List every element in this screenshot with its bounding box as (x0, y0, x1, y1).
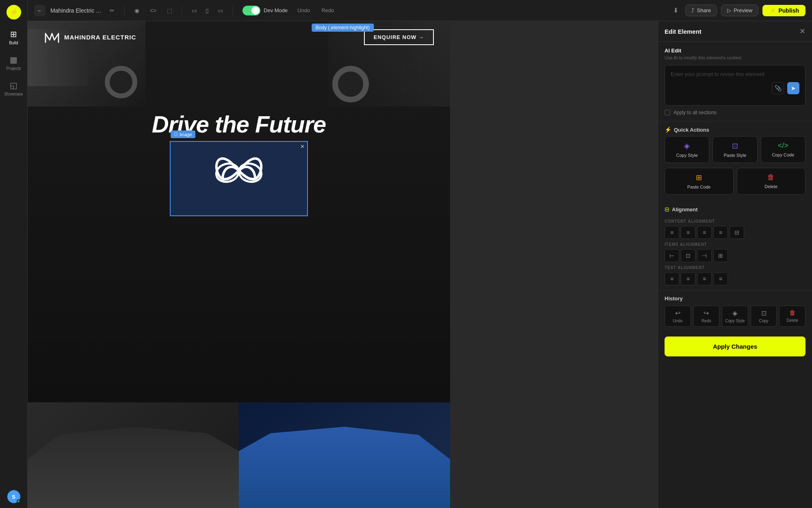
items-align-stretch-button[interactable]: ⊞ (713, 249, 728, 262)
image-close-button[interactable]: ✕ (300, 143, 305, 150)
redo-button[interactable]: Redo (316, 6, 339, 15)
align-left-button[interactable]: ≡ (665, 226, 679, 239)
desktop-view-button[interactable]: ▭ (188, 5, 200, 16)
copy-style-button[interactable]: ◈ Copy Style (665, 136, 709, 163)
site-canvas: Body (.element-highlight) 6E BE 6E BE 6E… (28, 21, 812, 508)
history-copy-button[interactable]: ⊡ Copy (751, 306, 777, 327)
items-alignment-buttons: ⊢ ⊡ ⊣ ⊞ (665, 249, 806, 262)
send-icon: ➤ (791, 85, 796, 91)
text-align-center-button[interactable]: ≡ (681, 272, 695, 285)
image-tag: ⬡ Image (171, 130, 195, 138)
prompt-send-button[interactable]: ➤ (787, 82, 799, 94)
text-align-right-button[interactable]: ≡ (697, 272, 712, 285)
copy-code-icon: </> (778, 141, 788, 150)
apply-all-checkbox[interactable] (665, 110, 670, 115)
avatar-online-dot (17, 499, 20, 503)
mahindra-logo-image (198, 150, 279, 207)
image-tag-icon: ⬡ (174, 132, 178, 137)
site-content[interactable]: 6E BE 6E BE 6E BE BE 6E BE 6E BE 6E BE 6… (28, 21, 450, 508)
layout-icon: ⬚ (167, 7, 172, 14)
preview-button[interactable]: ▷ Preview (721, 4, 758, 16)
paste-style-icon: ⊡ (732, 141, 738, 150)
globe-icon: ◉ (134, 7, 139, 14)
text-align-left-button[interactable]: ≡ (665, 272, 679, 285)
left-sidebar: ⚡ ⊞ Build ▦ Projects ◱ Showcase S (0, 0, 28, 508)
tablet-icon: ▯ (206, 7, 209, 14)
history-copy-icon: ⊡ (761, 309, 767, 317)
page-title: Mahindra Electric … (50, 7, 102, 14)
align-center-button[interactable]: ≡ (681, 226, 695, 239)
publish-button[interactable]: ⚡ Publish (762, 5, 806, 16)
main-area: ← Mahindra Electric … ✏ ◉ <> ⬚ ▭ ▯ ▭ (28, 0, 812, 508)
text-align-justify-button[interactable]: ≡ (713, 272, 728, 285)
preview-icon: ▷ (727, 7, 731, 13)
topbar: ← Mahindra Electric … ✏ ◉ <> ⬚ ▭ ▯ ▭ (28, 0, 812, 21)
image-element[interactable]: ⬡ Image ✕ (170, 141, 308, 216)
align-right-button[interactable]: ≡ (697, 226, 712, 239)
history-delete-icon: 🗑 (789, 309, 796, 317)
prompt-attach-button[interactable]: 📎 (772, 82, 784, 94)
ai-edit-subtitle: Use AI to modify this element's content (665, 55, 806, 60)
paste-code-button[interactable]: ⊞ Paste Code (665, 168, 734, 195)
items-align-start-button[interactable]: ⊢ (665, 249, 679, 262)
code-button[interactable]: <> (147, 5, 159, 16)
undo-redo-buttons: Undo Redo (292, 6, 339, 15)
history-undo-button[interactable]: ↩ Undo (665, 306, 691, 327)
edit-icon: ✏ (110, 7, 115, 14)
sidebar-item-build[interactable]: ⊞ Build (2, 26, 26, 48)
delete-icon: 🗑 (767, 173, 775, 182)
undo-button[interactable]: Undo (292, 6, 315, 15)
ai-prompt-placeholder: Enter your prompt to revise this element (671, 71, 799, 77)
history-header: History (665, 291, 806, 306)
toggle-switch[interactable] (243, 6, 260, 15)
history-copy-style-icon: ◈ (732, 309, 737, 317)
projects-icon: ▦ (10, 55, 17, 65)
history-copy-style-button[interactable]: ◈ Copy Style (722, 306, 748, 327)
back-icon: ← (37, 7, 43, 14)
share-button[interactable]: ⤴ Share (685, 4, 717, 16)
build-icon: ⊞ (10, 29, 17, 39)
history-delete-button[interactable]: 🗑 Delete (779, 306, 806, 327)
download-button[interactable]: ⬇ (670, 5, 681, 16)
items-align-end-button[interactable]: ⊣ (697, 249, 712, 262)
website-preview[interactable]: 6E BE 6E BE 6E BE BE 6E BE 6E BE 6E BE 6… (28, 21, 658, 508)
align-stretch-button[interactable]: ⊟ (730, 226, 744, 239)
globe-button[interactable]: ◉ (131, 5, 143, 16)
items-alignment-label: ITEMS ALIGNMENT (665, 239, 806, 249)
layout-button[interactable]: ⬚ (164, 5, 175, 16)
enquire-button[interactable]: ENQUIRE NOW → (364, 29, 434, 45)
canvas-wrapper[interactable]: Body (.element-highlight) 6E BE 6E BE 6E… (28, 21, 658, 508)
quick-actions-row2: ⊞ Paste Code 🗑 Delete (658, 168, 812, 201)
delete-button[interactable]: 🗑 Delete (737, 168, 806, 195)
sidebar-item-projects[interactable]: ▦ Projects (2, 52, 26, 74)
tablet-view-button[interactable]: ▯ (201, 5, 213, 16)
app-logo[interactable]: ⚡ (6, 5, 21, 20)
panel-header: Edit Element ✕ (658, 21, 812, 42)
paste-style-button[interactable]: ⊡ Paste Style (712, 136, 757, 163)
sidebar-item-showcase[interactable]: ◱ Showcase (2, 77, 26, 100)
ai-edit-title: AI Edit (665, 48, 806, 54)
panel-title: Edit Element (665, 28, 702, 35)
alignment-header: ⊟ Alignment (658, 201, 812, 216)
car-grid (28, 402, 450, 508)
panel-close-button[interactable]: ✕ (799, 27, 806, 36)
history-redo-button[interactable]: ↪ Redo (693, 306, 720, 327)
avatar[interactable]: S (7, 490, 20, 503)
device-icons: ▭ ▯ ▭ (188, 5, 226, 16)
history-actions-grid: ↩ Undo ↪ Redo ◈ Copy Style ⊡ Copy (665, 306, 806, 327)
items-align-center-button[interactable]: ⊡ (681, 249, 695, 262)
publish-logo-icon: ⚡ (769, 7, 776, 14)
dev-mode-toggle[interactable]: Dev Mode (243, 6, 288, 15)
history-title: History (665, 295, 683, 302)
undo-icon: ↩ (675, 309, 680, 317)
ai-prompt-box[interactable]: Enter your prompt to revise this element… (665, 65, 806, 106)
edit-title-button[interactable]: ✏ (106, 5, 118, 16)
mobile-view-button[interactable]: ▭ (214, 5, 226, 16)
site-nav: MAHINDRA ELECTRIC ENQUIRE NOW → (28, 21, 450, 53)
right-panel: Edit Element ✕ AI Edit Use AI to modify … (658, 21, 812, 508)
copy-code-button[interactable]: </> Copy Code (761, 136, 806, 163)
attach-icon: 📎 (775, 85, 782, 91)
back-button[interactable]: ← (34, 5, 45, 16)
apply-changes-button[interactable]: Apply Changes (665, 336, 806, 356)
align-justify-button[interactable]: ≡ (713, 226, 728, 239)
